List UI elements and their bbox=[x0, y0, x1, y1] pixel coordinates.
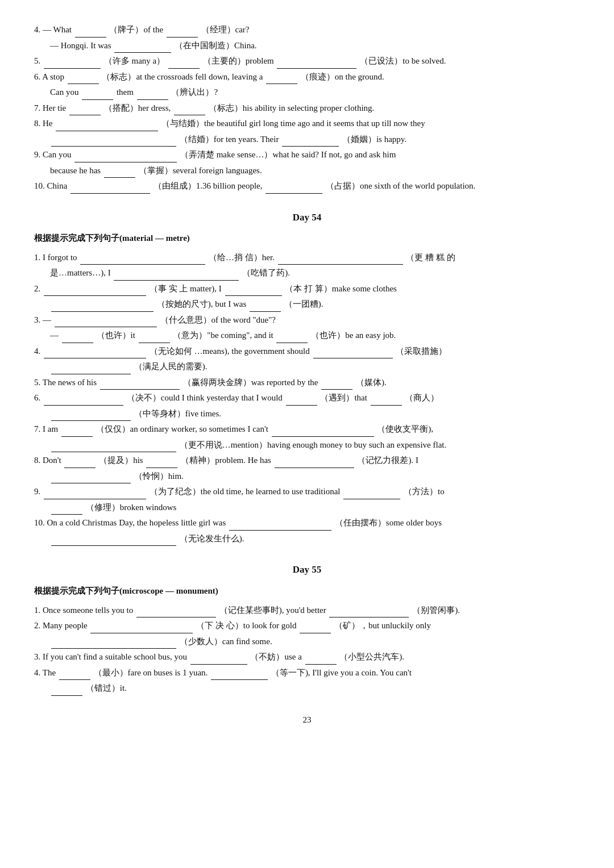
blank-7-2[interactable] bbox=[174, 105, 205, 115]
d55-1-num: 1. Once someone tells you to bbox=[34, 606, 135, 615]
d54-blank-1-1[interactable] bbox=[80, 254, 205, 265]
blank-9-2[interactable] bbox=[104, 168, 135, 178]
d55-3-num: 3. If you can't find a suitable school b… bbox=[34, 652, 189, 661]
blank-6-4[interactable] bbox=[137, 90, 168, 100]
blank-10-1[interactable] bbox=[70, 183, 150, 194]
exercise-item-8b: （结婚）for ten years. Their （婚姻）is happy. bbox=[34, 132, 580, 147]
d54-blank-4-1[interactable] bbox=[44, 348, 146, 358]
d54-blank-6-3[interactable] bbox=[371, 395, 402, 406]
hint-5-2: （主要的）problem bbox=[203, 56, 276, 65]
d54-blank-2-3[interactable] bbox=[51, 302, 154, 312]
d54-2b-hint1: （按她的尺寸), but I was bbox=[157, 299, 248, 308]
d54-9b-hint: （修理）broken windows bbox=[86, 503, 177, 512]
d54-blank-6-2[interactable] bbox=[286, 395, 317, 406]
d54-blank-2-2[interactable] bbox=[225, 286, 282, 296]
blank-6-2[interactable] bbox=[266, 74, 297, 84]
exercise-item-8: 8. He （与结婚）the beautiful girl long time … bbox=[34, 116, 580, 131]
d54-blank-8-4[interactable] bbox=[51, 473, 131, 483]
blank-7-1[interactable] bbox=[69, 105, 101, 115]
exercise-item-5: 5. （许多 many a） （主要的）problem （已设法）to be s… bbox=[34, 54, 580, 69]
blank-8-1[interactable] bbox=[56, 121, 158, 131]
d54-blank-3-4[interactable] bbox=[276, 333, 308, 343]
blank-4-1[interactable] bbox=[75, 27, 106, 37]
d54-blank-8-1[interactable] bbox=[64, 458, 96, 468]
blank-5-1[interactable] bbox=[44, 59, 101, 69]
blank-6-1[interactable] bbox=[68, 74, 99, 84]
blank-4-3[interactable] bbox=[114, 43, 171, 53]
d54-blank-1-2[interactable] bbox=[278, 254, 403, 265]
d54-6b-hint: （中等身材）five times. bbox=[134, 409, 221, 418]
exercise-item-4: 4. — What （牌子）of the （经理）car? bbox=[34, 23, 580, 37]
d55-blank-4-3[interactable] bbox=[51, 686, 82, 696]
d54-item-4b: （满足人民的需要). bbox=[34, 360, 580, 374]
d54-blank-6-4[interactable] bbox=[51, 411, 131, 421]
d54-blank-10-1[interactable] bbox=[229, 520, 331, 531]
day54-title: Day 54 bbox=[34, 210, 580, 226]
d54-blank-2-1[interactable] bbox=[44, 286, 146, 296]
d54-item-8b: （怜悯）him. bbox=[34, 469, 580, 484]
d54-blank-9-3[interactable] bbox=[51, 504, 82, 515]
hint-9-2: （掌握）several foreign languages. bbox=[139, 166, 262, 175]
d55-blank-1-2[interactable] bbox=[329, 607, 409, 617]
d54-blank-5-1[interactable] bbox=[100, 379, 180, 390]
blank-9-1[interactable] bbox=[74, 152, 177, 162]
d55-blank-3-1[interactable] bbox=[190, 654, 247, 665]
d55-blank-2-3[interactable] bbox=[51, 639, 176, 649]
d54-blank-6-1[interactable] bbox=[44, 395, 123, 406]
blank-5-2[interactable] bbox=[168, 59, 200, 69]
d54-blank-4-3[interactable] bbox=[51, 364, 131, 374]
blank-10-2[interactable] bbox=[265, 183, 322, 194]
d54-blank-5-2[interactable] bbox=[321, 379, 352, 390]
num-6: 6. A stop bbox=[34, 72, 67, 81]
d54-blank-7-1[interactable] bbox=[61, 427, 93, 437]
d54-blank-4-2[interactable] bbox=[313, 348, 393, 358]
d55-blank-2-1[interactable] bbox=[90, 623, 193, 633]
d55-blank-3-2[interactable] bbox=[305, 654, 337, 665]
d54-blank-9-2[interactable] bbox=[343, 489, 400, 499]
blank-4-2[interactable] bbox=[167, 27, 198, 37]
d54-item-8: 8. Don't （提及）his （精神）problem. He has （记忆… bbox=[34, 453, 580, 468]
d55-2-hint2: （矿），but unluckily only bbox=[334, 621, 431, 630]
hint-7-1: （搭配）her dress, bbox=[104, 103, 173, 112]
d55-2-hint1: （下 决 心）to look for gold bbox=[196, 621, 298, 630]
blank-5-3[interactable] bbox=[277, 59, 356, 69]
exercise-item-9b: because he has （掌握）several foreign langu… bbox=[34, 164, 580, 178]
day55-subtitle: 根据提示完成下列句子(microscope — monument) bbox=[34, 584, 580, 599]
d54-8-hint2: （精神）problem. He has bbox=[181, 456, 273, 465]
d54-5-hint2: （媒体). bbox=[356, 378, 387, 387]
d55-blank-2-2[interactable] bbox=[300, 623, 331, 633]
d54-blank-1-3[interactable] bbox=[114, 270, 239, 281]
d54-blank-7-3[interactable] bbox=[51, 442, 176, 452]
blank-8-3[interactable] bbox=[282, 136, 339, 147]
d54-4-hint1: （无论如何 …means), the government should bbox=[150, 347, 312, 356]
top-section: 4. — What （牌子）of the （经理）car? — Hongqi. … bbox=[34, 23, 580, 194]
num-5: 5. bbox=[34, 56, 43, 65]
item-number: 4. — What bbox=[34, 25, 74, 34]
d54-blank-3-2[interactable] bbox=[62, 333, 93, 343]
d54-3b-hint3: （也许）be an easy job. bbox=[311, 331, 396, 340]
hint-10-2: （占据）one sixth of the world population. bbox=[326, 181, 475, 190]
d54-item-6b: （中等身材）five times. bbox=[34, 407, 580, 422]
d55-blank-4-2[interactable] bbox=[211, 670, 268, 680]
blank-6-3[interactable] bbox=[82, 90, 113, 100]
d54-7b-hint: （更不用说…mention）having enough money to buy… bbox=[180, 440, 447, 449]
d54-blank-9-1[interactable] bbox=[44, 489, 146, 499]
d54-blank-2-4[interactable] bbox=[250, 302, 281, 312]
d55-blank-1-1[interactable] bbox=[136, 607, 216, 617]
num-7: 7. Her tie bbox=[34, 103, 68, 112]
d54-blank-3-1[interactable] bbox=[55, 317, 157, 327]
d55-2b-hint: （少数人）can find some. bbox=[180, 637, 272, 646]
d54-blank-8-2[interactable] bbox=[146, 458, 177, 468]
hint-6-1: （标志）at the crossroads fell down, leaving… bbox=[102, 72, 265, 81]
d54-6-hint1: （决不）could I think yesterday that I would bbox=[127, 393, 285, 402]
blank-8-2[interactable] bbox=[51, 136, 176, 147]
exercise-item-6b: Can you them （辨认出）? bbox=[34, 85, 580, 100]
d55-item-4: 4. The （最小）fare on buses is 1 yuan. （等一下… bbox=[34, 666, 580, 681]
d54-blank-3-3[interactable] bbox=[139, 333, 170, 343]
d54-10-num: 10. On a cold Christmas Day, the hopeles… bbox=[34, 518, 228, 527]
d54-blank-7-2[interactable] bbox=[272, 427, 374, 437]
d54-blank-10-2[interactable] bbox=[51, 536, 176, 546]
d54-blank-8-3[interactable] bbox=[275, 458, 354, 468]
d55-3-hint1: （不妨）use a bbox=[250, 652, 304, 661]
d55-blank-4-1[interactable] bbox=[59, 670, 90, 680]
